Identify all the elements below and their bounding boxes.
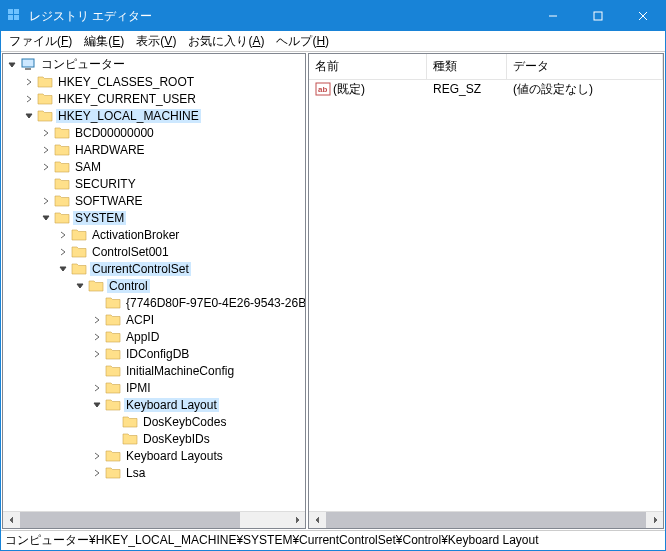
folder-icon (105, 465, 121, 481)
maximize-button[interactable] (575, 1, 620, 31)
scroll-left-button[interactable] (309, 512, 326, 528)
tree-item[interactable]: CurrentControlSet (3, 260, 305, 277)
tree-item[interactable]: Control (3, 277, 305, 294)
tree-item[interactable]: DosKeybCodes (3, 413, 305, 430)
scroll-left-button[interactable] (3, 512, 20, 528)
chevron-down-icon[interactable] (71, 282, 88, 290)
tree-item[interactable]: Lsa (3, 464, 305, 481)
registry-tree[interactable]: コンピューターHKEY_CLASSES_ROOTHKEY_CURRENT_USE… (3, 54, 305, 511)
tree-item[interactable]: ControlSet001 (3, 243, 305, 260)
tree-item-label: IPMI (124, 381, 153, 395)
window-title: レジストリ エディター (29, 8, 530, 25)
tree-item[interactable]: InitialMachineConfig (3, 362, 305, 379)
tree-item[interactable]: HKEY_CLASSES_ROOT (3, 73, 305, 90)
folder-icon (37, 74, 53, 90)
menu-edit[interactable]: 編集(E) (78, 31, 130, 52)
tree-item[interactable]: IDConfigDB (3, 345, 305, 362)
tree-item[interactable]: AppID (3, 328, 305, 345)
chevron-right-icon[interactable] (37, 197, 54, 205)
tree-item[interactable]: DosKeybIDs (3, 430, 305, 447)
tree-item[interactable]: HKEY_LOCAL_MACHINE (3, 107, 305, 124)
chevron-down-icon[interactable] (3, 61, 20, 69)
tree-item-label: HARDWARE (73, 143, 147, 157)
svg-text:ab: ab (318, 85, 327, 94)
folder-icon (105, 380, 121, 396)
chevron-right-icon[interactable] (88, 350, 105, 358)
tree-item-label: IDConfigDB (124, 347, 191, 361)
chevron-right-icon[interactable] (20, 78, 37, 86)
column-name[interactable]: 名前 (309, 54, 427, 79)
minimize-button[interactable] (530, 1, 575, 31)
svg-rect-9 (25, 68, 31, 70)
chevron-right-icon[interactable] (20, 95, 37, 103)
computer-icon (20, 57, 36, 73)
tree-item-label: AppID (124, 330, 161, 344)
tree-item[interactable]: ACPI (3, 311, 305, 328)
list-row[interactable]: ab(既定)REG_SZ(値の設定なし) (309, 80, 663, 98)
chevron-right-icon[interactable] (88, 384, 105, 392)
chevron-down-icon[interactable] (54, 265, 71, 273)
tree-item[interactable]: HKEY_CURRENT_USER (3, 90, 305, 107)
chevron-right-icon[interactable] (88, 452, 105, 460)
tree-item[interactable]: IPMI (3, 379, 305, 396)
folder-icon (105, 363, 121, 379)
list-pane: 名前 種類 データ ab(既定)REG_SZ(値の設定なし) (308, 53, 664, 529)
chevron-down-icon[interactable] (88, 401, 105, 409)
chevron-down-icon[interactable] (37, 214, 54, 222)
menu-help[interactable]: ヘルプ(H) (270, 31, 335, 52)
tree-item[interactable]: BCD00000000 (3, 124, 305, 141)
tree-item-label: SECURITY (73, 177, 138, 191)
chevron-right-icon[interactable] (88, 333, 105, 341)
chevron-down-icon[interactable] (20, 112, 37, 120)
chevron-right-icon[interactable] (88, 316, 105, 324)
folder-icon (54, 125, 70, 141)
folder-icon (54, 159, 70, 175)
tree-item-label: SAM (73, 160, 103, 174)
chevron-right-icon[interactable] (37, 146, 54, 154)
tree-item-label: Lsa (124, 466, 147, 480)
tree-item[interactable]: コンピューター (3, 56, 305, 73)
tree-scroll-h[interactable] (3, 511, 305, 528)
tree-item-label: SOFTWARE (73, 194, 145, 208)
tree-item[interactable]: SECURITY (3, 175, 305, 192)
menu-favorites[interactable]: お気に入り(A) (182, 31, 270, 52)
menu-view[interactable]: 表示(V) (130, 31, 182, 52)
column-data[interactable]: データ (507, 54, 663, 79)
chevron-right-icon[interactable] (37, 129, 54, 137)
tree-item-label: ActivationBroker (90, 228, 181, 242)
list-scroll-h[interactable] (309, 511, 663, 528)
tree-item[interactable]: Keyboard Layout (3, 396, 305, 413)
chevron-right-icon[interactable] (37, 163, 54, 171)
folder-icon (122, 431, 138, 447)
string-value-icon: ab (315, 81, 331, 97)
tree-item[interactable]: SAM (3, 158, 305, 175)
tree-item-label: ControlSet001 (90, 245, 171, 259)
tree-item[interactable]: {7746D80F-97E0-4E26-9543-26B (3, 294, 305, 311)
svg-rect-1 (14, 9, 19, 14)
scroll-right-button[interactable] (288, 512, 305, 528)
folder-icon (105, 312, 121, 328)
list-body[interactable]: ab(既定)REG_SZ(値の設定なし) (309, 80, 663, 511)
column-type[interactable]: 種類 (427, 54, 507, 79)
menu-bar: ファイル(F) 編集(E) 表示(V) お気に入り(A) ヘルプ(H) (1, 31, 665, 51)
scroll-right-button[interactable] (646, 512, 663, 528)
tree-item[interactable]: SYSTEM (3, 209, 305, 226)
app-icon (7, 8, 23, 24)
folder-icon (105, 329, 121, 345)
tree-item[interactable]: SOFTWARE (3, 192, 305, 209)
chevron-right-icon[interactable] (54, 231, 71, 239)
chevron-right-icon[interactable] (54, 248, 71, 256)
svg-rect-5 (594, 12, 602, 20)
menu-file[interactable]: ファイル(F) (3, 31, 78, 52)
tree-item-label: Keyboard Layouts (124, 449, 225, 463)
folder-icon (71, 244, 87, 260)
tree-item[interactable]: ActivationBroker (3, 226, 305, 243)
chevron-right-icon[interactable] (88, 469, 105, 477)
tree-item[interactable]: HARDWARE (3, 141, 305, 158)
close-button[interactable] (620, 1, 665, 31)
folder-icon (122, 414, 138, 430)
svg-rect-3 (14, 15, 19, 20)
tree-item[interactable]: Keyboard Layouts (3, 447, 305, 464)
folder-icon (54, 176, 70, 192)
status-path: コンピューター¥HKEY_LOCAL_MACHINE¥SYSTEM¥Curren… (5, 532, 539, 549)
